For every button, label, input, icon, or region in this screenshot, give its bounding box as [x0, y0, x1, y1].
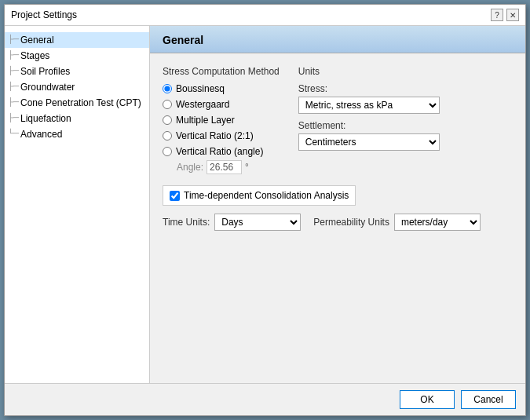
content-body: Stress Computation Method Boussinesq Wes…	[150, 53, 525, 383]
radio-boussinesq-label: Boussinesq	[176, 83, 225, 94]
time-units-label: Time Units:	[163, 217, 210, 228]
units-section-label: Units	[298, 66, 455, 77]
radio-westergaard[interactable]: Westergaard	[163, 99, 280, 110]
nav-item-groundwater[interactable]: Groundwater	[5, 79, 149, 95]
dialog-body: General Stages Soil Profiles Groundwater…	[5, 26, 525, 383]
units-row: Time Units: Days Hours Minutes Seconds Y…	[163, 214, 513, 231]
stress-select[interactable]: Metric, stress as kPa Metric, stress as …	[298, 97, 440, 114]
consolidation-label: Time-dependent Consolidation Analysis	[184, 190, 349, 201]
angle-input[interactable]	[207, 160, 242, 174]
radio-vertical-ratio-21-label: Vertical Ratio (2:1)	[176, 130, 254, 141]
dialog-footer: OK Cancel	[5, 383, 525, 415]
nav-item-stages[interactable]: Stages	[5, 48, 149, 64]
radio-multiple-layer-label: Multiple Layer	[176, 115, 235, 126]
radio-vertical-ratio-angle-label: Vertical Ratio (angle)	[176, 146, 263, 157]
stress-unit-row: Stress: Metric, stress as kPa Metric, st…	[298, 83, 455, 114]
nav-item-soil-profiles[interactable]: Soil Profiles	[5, 64, 149, 79]
angle-row: Angle: °	[177, 160, 280, 174]
permeability-units-label: Permeability Units	[313, 217, 389, 228]
project-settings-dialog: Project Settings ? ✕ General Stages Soil…	[4, 4, 526, 416]
angle-degree-symbol: °	[245, 162, 249, 173]
stress-radio-group: Boussinesq Westergaard Multiple Layer	[163, 83, 280, 157]
nav-item-liquefaction[interactable]: Liquefaction	[5, 111, 149, 126]
main-section-row: Stress Computation Method Boussinesq Wes…	[163, 66, 513, 174]
content-panel: General Stress Computation Method Boussi…	[150, 26, 525, 383]
dialog-title: Project Settings	[11, 9, 77, 20]
consolidation-checkbox-row[interactable]: Time-dependent Consolidation Analysis	[163, 185, 356, 206]
settlement-unit-label: Settlement:	[298, 120, 455, 131]
title-bar: Project Settings ? ✕	[5, 5, 525, 26]
time-units-select[interactable]: Days Hours Minutes Seconds Years	[214, 214, 301, 231]
units-section: Units Stress: Metric, stress as kPa Metr…	[298, 66, 455, 174]
radio-multiple-layer[interactable]: Multiple Layer	[163, 115, 280, 126]
ok-button[interactable]: OK	[400, 390, 455, 409]
nav-item-general[interactable]: General	[5, 32, 149, 48]
nav-panel: General Stages Soil Profiles Groundwater…	[5, 26, 150, 383]
content-header: General	[150, 26, 525, 53]
settlement-unit-row: Settlement: Centimeters Meters Millimete…	[298, 120, 455, 151]
help-button[interactable]: ?	[491, 9, 503, 21]
permeability-units-select[interactable]: meters/day cm/s ft/day	[394, 214, 481, 231]
consolidation-checkbox[interactable]	[170, 191, 180, 201]
stress-section-label: Stress Computation Method	[163, 66, 280, 77]
content-title: General	[163, 34, 513, 46]
cancel-button[interactable]: Cancel	[461, 390, 516, 409]
radio-boussinesq[interactable]: Boussinesq	[163, 83, 280, 94]
radio-vertical-ratio-angle[interactable]: Vertical Ratio (angle)	[163, 146, 280, 157]
close-button[interactable]: ✕	[506, 9, 519, 21]
title-bar-controls: ? ✕	[491, 9, 519, 21]
permeability-units-pair: Permeability Units meters/day cm/s ft/da…	[313, 214, 481, 231]
stress-unit-label: Stress:	[298, 83, 455, 94]
nav-item-cone-penetration[interactable]: Cone Penetration Test (CPT)	[5, 95, 149, 111]
time-units-pair: Time Units: Days Hours Minutes Seconds Y…	[163, 214, 301, 231]
nav-item-advanced[interactable]: Advanced	[5, 126, 149, 142]
settlement-select[interactable]: Centimeters Meters Millimeters Inches Fe…	[298, 133, 440, 151]
stress-section: Stress Computation Method Boussinesq Wes…	[163, 66, 280, 174]
radio-westergaard-label: Westergaard	[176, 99, 229, 110]
radio-vertical-ratio-21[interactable]: Vertical Ratio (2:1)	[163, 130, 280, 141]
angle-label: Angle:	[177, 162, 203, 173]
